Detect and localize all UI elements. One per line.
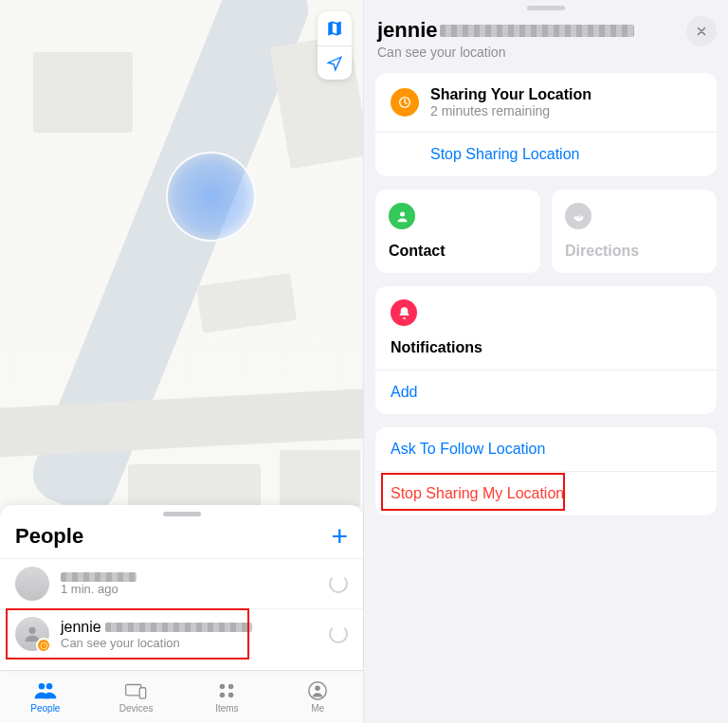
map-art <box>280 450 360 507</box>
sharing-badge-icon <box>36 638 51 653</box>
svg-point-3 <box>46 683 53 690</box>
bottom-actions-card: Ask To Follow Location Stop Sharing My L… <box>375 427 717 515</box>
people-sheet: People + 1 min. ago <box>0 505 363 670</box>
directions-button: Directions <box>552 190 717 273</box>
person-row[interactable]: 1 min. ago <box>0 558 363 608</box>
svg-point-8 <box>220 693 226 698</box>
devices-icon <box>124 680 149 701</box>
notifications-title: Notifications <box>391 339 482 356</box>
redacted-text <box>105 623 252 632</box>
notifications-card: Notifications Add <box>375 286 717 414</box>
close-icon <box>696 26 707 37</box>
close-button[interactable] <box>686 16 717 46</box>
person-subtitle: 1 min. ago <box>61 582 329 596</box>
map-icon <box>326 20 343 37</box>
detail-subtitle: Can see your location <box>377 45 715 60</box>
people-icon <box>33 680 58 701</box>
tab-items[interactable]: Items <box>182 671 273 723</box>
tab-label: Items <box>215 703 238 714</box>
people-title: People <box>15 524 83 549</box>
left-panel: People + 1 min. ago <box>0 0 364 723</box>
svg-point-7 <box>228 684 234 690</box>
person-name: jennie <box>61 619 329 636</box>
me-icon <box>307 680 328 701</box>
person-row[interactable]: jennie Can see your location <box>0 608 363 659</box>
loading-spinner-icon <box>329 624 348 643</box>
loading-spinner-icon <box>329 574 348 593</box>
svg-rect-5 <box>139 688 146 698</box>
sheet-grabber[interactable] <box>163 512 201 516</box>
detail-name-prefix: jennie <box>377 18 438 43</box>
sharing-timer-icon <box>391 88 419 117</box>
sharing-subtitle: 2 minutes remaining <box>430 103 592 118</box>
svg-point-11 <box>315 686 320 692</box>
svg-point-9 <box>228 693 234 698</box>
svg-point-13 <box>400 211 405 216</box>
user-location-dot <box>166 152 256 242</box>
svg-rect-4 <box>125 685 140 696</box>
stop-sharing-my-location-button[interactable]: Stop Sharing My Location <box>391 485 564 502</box>
map-view[interactable] <box>0 0 363 516</box>
avatar <box>15 567 49 601</box>
contact-button[interactable]: Contact <box>375 190 540 273</box>
tab-label: Devices <box>119 703 154 714</box>
contact-icon <box>389 203 415 229</box>
detail-panel: jennie Can see your location Sharing You… <box>364 0 728 723</box>
directions-label: Directions <box>565 243 703 260</box>
directions-icon <box>565 203 592 229</box>
person-name <box>61 572 329 582</box>
ask-follow-button[interactable]: Ask To Follow Location <box>391 441 545 458</box>
svg-point-0 <box>28 627 35 634</box>
redacted-text <box>440 25 634 37</box>
svg-point-6 <box>220 684 226 690</box>
map-toolbar <box>318 11 352 80</box>
tab-devices[interactable]: Devices <box>91 671 182 723</box>
avatar <box>15 617 49 651</box>
sharing-title: Sharing Your Location <box>430 86 592 103</box>
person-subtitle: Can see your location <box>61 636 329 650</box>
map-art <box>33 52 133 133</box>
map-layers-button[interactable] <box>318 11 352 45</box>
bell-icon <box>391 299 417 326</box>
sharing-status-card: Sharing Your Location 2 minutes remainin… <box>375 73 717 176</box>
tab-bar: People Devices Items Me <box>0 670 363 723</box>
svg-point-2 <box>39 683 46 690</box>
redacted-text <box>61 572 136 582</box>
person-name-prefix: jennie <box>61 619 101 636</box>
add-person-button[interactable]: + <box>331 526 348 547</box>
map-art <box>196 273 297 333</box>
stop-sharing-link[interactable]: Stop Sharing Location <box>430 146 579 163</box>
tab-people[interactable]: People <box>0 671 91 723</box>
tab-label: People <box>30 703 60 714</box>
tab-me[interactable]: Me <box>272 671 363 723</box>
items-icon <box>216 680 237 701</box>
location-arrow-icon <box>326 55 343 72</box>
contact-label: Contact <box>389 243 527 260</box>
tab-label: Me <box>311 703 324 714</box>
locate-me-button[interactable] <box>318 45 352 80</box>
notifications-add-button[interactable]: Add <box>391 384 417 401</box>
